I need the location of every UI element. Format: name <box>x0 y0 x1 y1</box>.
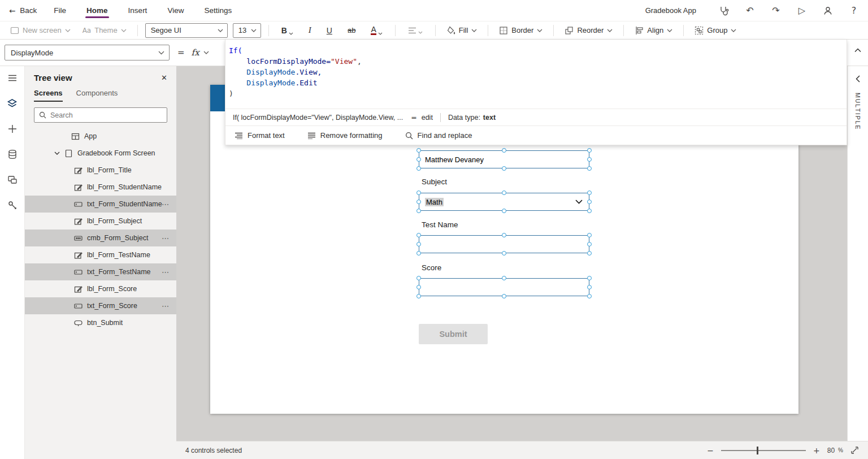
formula-editor[interactable]: If( locFormDisplayMode="View", DisplayMo… <box>225 40 847 145</box>
find-and-replace-button[interactable]: Find and replace <box>405 131 472 140</box>
selection-handle[interactable] <box>502 294 506 298</box>
tree-item-text-input[interactable]: txt_Form_Score ⋯ <box>25 297 176 314</box>
advanced-tools-icon[interactable] <box>6 198 19 212</box>
selection-handle[interactable] <box>416 242 421 246</box>
selection-handle[interactable] <box>587 276 592 280</box>
user-icon[interactable] <box>822 5 834 17</box>
tree-item-button[interactable]: btn_Submit <box>25 314 176 331</box>
selection-handle[interactable] <box>502 251 506 256</box>
formula-fx-selector[interactable]: fx <box>192 47 209 58</box>
selection-handle[interactable] <box>587 148 592 153</box>
text-align-button[interactable] <box>403 26 428 35</box>
property-selector[interactable]: DisplayMode <box>5 45 170 60</box>
underline-button[interactable]: U <box>322 25 337 36</box>
tree-view-icon[interactable] <box>6 97 19 110</box>
selection-handle[interactable] <box>587 190 592 195</box>
tab-screens[interactable]: Screens <box>34 89 63 102</box>
selection-handle[interactable] <box>502 190 506 195</box>
bold-button[interactable]: B <box>276 25 298 36</box>
tree-item-label-control[interactable]: lbl_Form_Title <box>25 162 176 179</box>
tree-item-app[interactable]: App <box>25 128 176 145</box>
tree-item-text-input[interactable]: txt_Form_TestName ⋯ <box>25 263 176 280</box>
zoom-slider-thumb[interactable] <box>757 447 758 454</box>
redo-icon[interactable]: ↷ <box>770 5 782 17</box>
selection-handle[interactable] <box>587 209 592 213</box>
selection-handle[interactable] <box>587 200 592 204</box>
selection-handle[interactable] <box>502 148 506 153</box>
zoom-out-button[interactable]: − <box>707 446 714 455</box>
more-options-icon[interactable]: ⋯ <box>162 234 170 243</box>
search-input[interactable] <box>50 111 162 119</box>
test-name-input[interactable] <box>419 235 589 253</box>
italic-button[interactable]: I <box>303 24 316 36</box>
score-input[interactable] <box>419 278 589 296</box>
media-icon[interactable] <box>6 173 19 187</box>
expand-panel-button[interactable] <box>856 75 860 83</box>
selection-handle[interactable] <box>416 276 421 280</box>
test-name-label[interactable]: Test Name <box>422 220 458 229</box>
menu-view[interactable]: View <box>167 0 184 21</box>
data-sources-icon[interactable] <box>6 148 19 161</box>
selection-handle[interactable] <box>416 166 421 171</box>
selection-handle[interactable] <box>587 242 592 246</box>
right-panel-label[interactable]: MULTIPLE <box>854 93 861 131</box>
selection-handle[interactable] <box>416 200 421 204</box>
selection-handle[interactable] <box>587 285 592 289</box>
selection-handle[interactable] <box>502 276 506 280</box>
reorder-button[interactable]: Reorder <box>561 24 616 37</box>
selection-handle[interactable] <box>587 294 592 298</box>
border-button[interactable]: Border <box>496 24 546 37</box>
selection-handle[interactable] <box>416 285 421 289</box>
align-button[interactable]: Align <box>631 24 676 37</box>
hamburger-menu-icon[interactable] <box>6 71 19 85</box>
menu-settings[interactable]: Settings <box>204 0 232 21</box>
selection-handle[interactable] <box>502 209 506 213</box>
tree-item-label-control[interactable]: lbl_Form_Score <box>25 280 176 297</box>
chevron-expanded-icon[interactable] <box>54 151 60 155</box>
selection-handle[interactable] <box>416 190 421 195</box>
font-size-select[interactable]: 13 <box>233 23 261 38</box>
more-options-icon[interactable]: ⋯ <box>162 302 170 310</box>
zoom-in-button[interactable]: + <box>813 446 820 455</box>
tab-components[interactable]: Components <box>76 89 118 102</box>
score-label[interactable]: Score <box>422 263 441 272</box>
tree-item-screen[interactable]: Gradebook Form Screen <box>25 145 176 162</box>
more-options-icon[interactable]: ⋯ <box>162 200 170 209</box>
theme-button[interactable]: Aa Theme <box>79 24 130 36</box>
selection-handle[interactable] <box>587 251 592 256</box>
formula-code-area[interactable]: If( locFormDisplayMode="View", DisplayMo… <box>225 40 847 109</box>
tree-item-label-control[interactable]: lbl_Form_TestName <box>25 246 176 263</box>
group-button[interactable]: Group <box>691 24 740 37</box>
menu-home[interactable]: Home <box>86 0 108 21</box>
font-family-select[interactable]: Segoe UI <box>145 23 228 38</box>
selection-handle[interactable] <box>416 157 421 162</box>
tree-item-label-control[interactable]: lbl_Form_StudentName <box>25 179 176 196</box>
tree-item-text-input[interactable]: txt_Form_StudentName ⋯ <box>25 196 176 213</box>
fit-to-window-icon[interactable] <box>850 446 859 454</box>
play-preview-icon[interactable]: ▷ <box>796 5 808 17</box>
selection-handle[interactable] <box>416 251 421 256</box>
student-name-input[interactable]: Matthew Devaney <box>419 150 589 168</box>
help-icon[interactable]: ? <box>848 5 860 17</box>
menu-insert[interactable]: Insert <box>128 0 147 21</box>
close-icon[interactable]: ✕ <box>161 73 167 82</box>
undo-icon[interactable]: ↶ <box>744 5 756 17</box>
selection-handle[interactable] <box>416 294 421 298</box>
subject-dropdown[interactable]: Math <box>419 193 589 211</box>
selection-handle[interactable] <box>587 157 592 162</box>
remove-formatting-button[interactable]: Remove formatting <box>307 131 383 140</box>
selection-handle[interactable] <box>416 148 421 153</box>
new-screen-button[interactable]: New screen <box>7 24 74 37</box>
tree-item-label-control[interactable]: lbl_Form_Subject <box>25 213 176 229</box>
chevron-down-icon[interactable] <box>575 200 583 204</box>
collapse-formula-bar-button[interactable] <box>854 48 861 53</box>
submit-button[interactable]: Submit <box>419 324 488 344</box>
fill-button[interactable]: Fill <box>443 24 481 37</box>
font-color-button[interactable]: A <box>366 24 387 37</box>
selection-handle[interactable] <box>587 233 592 237</box>
format-text-button[interactable]: Format text <box>235 131 285 140</box>
app-checker-icon[interactable] <box>718 5 730 17</box>
menu-file[interactable]: File <box>54 0 66 21</box>
selection-handle[interactable] <box>416 209 421 213</box>
selection-handle[interactable] <box>416 233 421 237</box>
